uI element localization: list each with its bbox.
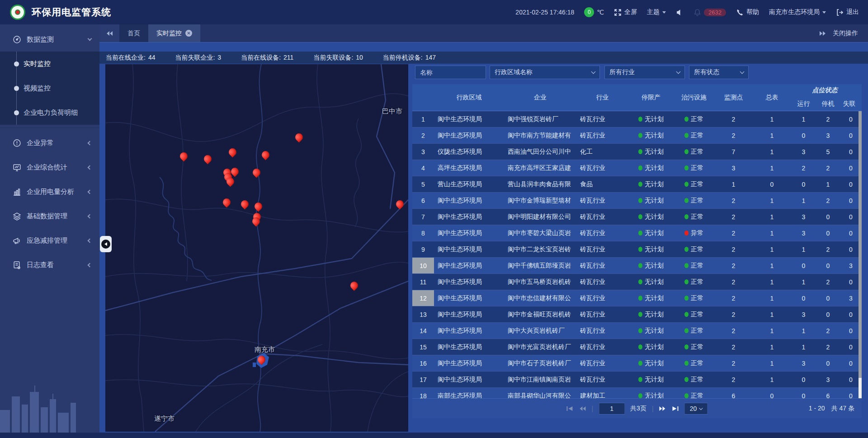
first-page-button[interactable]	[566, 406, 573, 411]
sidebar-item-emergency-reduction[interactable]: 应急减排管理	[0, 228, 99, 253]
table-row[interactable]: 17 阆中生态环境局 阆中市江南镇阆南页岩 砖瓦行业 无计划 正常 2 1 0 …	[412, 372, 862, 388]
sidebar-item-realtime-monitoring[interactable]: 实时监控	[0, 52, 99, 76]
status-dot-icon	[638, 182, 642, 187]
tab-close-icon[interactable]: ✕	[185, 30, 192, 37]
sidebar-item-power-load-detail[interactable]: 企业电力负荷明细	[0, 100, 99, 125]
status-dot-icon	[638, 361, 642, 366]
double-chevron-right-icon[interactable]	[819, 31, 826, 36]
last-page-button[interactable]	[672, 406, 679, 411]
table-row[interactable]: 18 南部生态环境局 南部县砌华山河有限公 建材加工 无计划 正常 6 0 0 …	[412, 388, 862, 398]
tabs-scroll-left-button[interactable]	[99, 24, 119, 42]
tree-node-icon	[14, 61, 19, 66]
col-industry: 行业	[576, 84, 628, 111]
map-pin-icon[interactable]	[178, 151, 189, 161]
map-pin-icon[interactable]	[221, 197, 232, 207]
table-row[interactable]: 11 阆中生态环境局 阆中市五马桥页岩机砖 砖瓦行业 无计划 正常 2 1 1 …	[412, 274, 862, 290]
page-number-input[interactable]: 1	[599, 403, 625, 414]
table-row[interactable]: 16 阆中生态环境局 阆中市石子页岩机砖厂 砖瓦行业 无计划 正常 2 1 3 …	[412, 355, 862, 372]
cell-facility-status: 正常	[674, 176, 714, 192]
industry-filter-select[interactable]: 所有行业	[604, 66, 685, 79]
page-size-select[interactable]: 20	[684, 403, 708, 414]
tab-home[interactable]: 首页	[119, 24, 148, 42]
map-pin-icon[interactable]	[394, 198, 405, 209]
status-dot-icon	[684, 214, 689, 219]
scrollbar-thumb[interactable]	[859, 111, 862, 378]
tab-realtime-monitoring[interactable]: 实时监控 ✕	[148, 24, 200, 42]
sidebar-item-video-monitoring[interactable]: 视频监控	[0, 76, 99, 100]
table-scrollbar[interactable]	[859, 111, 862, 398]
table-row[interactable]: 3 仪陇生态环境局 西南油气田分公司川中 化工 无计划 正常 7 1 3 5 0	[412, 144, 862, 160]
sidebar-item-enterprise-statistics[interactable]: 企业综合统计	[0, 155, 99, 179]
map-pin-icon[interactable]	[251, 167, 262, 178]
cell-region: 阆中生态环境局	[434, 127, 504, 143]
record-total-label: 共 47 条	[831, 405, 854, 413]
help-button[interactable]: 帮助	[736, 8, 759, 16]
table-row[interactable]: 4 高坪生态环境局 南充市高坪区王家店建 砖瓦行业 无计划 正常 3 1 2 2…	[412, 160, 862, 176]
map-pin-icon[interactable]	[349, 280, 359, 291]
logout-button[interactable]: 退出	[836, 8, 859, 16]
cell-industry: 砖瓦行业	[576, 290, 628, 306]
map-pin-icon[interactable]	[239, 198, 250, 209]
table-row[interactable]: 14 阆中生态环境局 阆中大兴页岩机砖厂 砖瓦行业 无计划 正常 2 1 1 2…	[412, 323, 862, 339]
cell-region: 阆中生态环境局	[434, 241, 504, 257]
table-row[interactable]: 8 阆中生态环境局 阆中市枣碧大梁山页岩 砖瓦行业 无计划 异常 2 1 3 0…	[412, 225, 862, 241]
table-row[interactable]: 5 营山生态环境局 营山县润丰肉食品有限 食品 无计划 正常 1 0 0 1 0	[412, 176, 862, 193]
next-page-button[interactable]	[659, 406, 666, 411]
table-row[interactable]: 13 阆中生态环境局 阆中市金福旺页岩机砖 砖瓦行业 无计划 正常 2 1 3 …	[412, 306, 862, 323]
sidebar-item-data-monitoring[interactable]: 数据监测	[0, 27, 99, 52]
sidebar-submenu: 实时监控 视频监控 企业电力负荷明细	[0, 52, 99, 125]
map-pin-icon[interactable]	[253, 201, 264, 212]
table-row[interactable]: 15 阆中生态环境局 阆中市光富页岩机砖厂 砖瓦行业 无计划 正常 2 1 1 …	[412, 339, 862, 355]
sidebar-item-label: 企业用电量分析	[27, 188, 86, 196]
table-row[interactable]: 9 阆中生态环境局 阆中市二龙长宝页岩砖 砖瓦行业 无计划 正常 2 1 1 2…	[412, 241, 862, 258]
cell-company: 阆中市南方节能建材有	[504, 127, 576, 143]
map-collapse-toggle[interactable]	[100, 236, 112, 252]
sidebar-item-enterprise-abnormal[interactable]: 企业异常	[0, 131, 99, 155]
theme-menu[interactable]: 主题	[647, 8, 666, 16]
table-row[interactable]: 10 阆中生态环境局 阆中千佛镇五郎垭页岩 砖瓦行业 无计划 正常 2 1 0 …	[412, 258, 862, 274]
cell-running: 0	[791, 258, 816, 273]
sidebar-item-log-view[interactable]: 日志查看	[0, 253, 99, 277]
bell-icon	[693, 9, 701, 16]
cell-monitor-points: 2	[714, 258, 753, 273]
sidebar-item-power-usage-analysis[interactable]: 企业用电量分析	[0, 179, 99, 204]
stat-value: 10	[356, 54, 363, 62]
fullscreen-button[interactable]: 全屏	[614, 8, 637, 16]
map-pin-icon[interactable]	[293, 132, 304, 142]
cell-company: 阆中市石子页岩机砖厂	[504, 355, 576, 371]
right-panel: 行政区域名称 所有行业 所有状态 行政区域 企业 行业	[412, 64, 862, 418]
cell-running: 3	[791, 144, 816, 160]
cell-running: 1	[791, 241, 816, 257]
region-filter-select[interactable]: 行政区域名称	[490, 66, 600, 79]
col-monitor-points: 监测点	[714, 84, 753, 111]
sidebar-item-label: 视频监控	[24, 84, 51, 93]
name-filter-input[interactable]	[420, 69, 481, 76]
status-filter-select[interactable]: 所有状态	[689, 66, 749, 79]
name-filter-field[interactable]	[415, 66, 486, 79]
table-row[interactable]: 6 阆中生态环境局 阆中市金博瑞新型墙材 砖瓦行业 无计划 正常 2 1 1 2…	[412, 193, 862, 209]
table-row[interactable]: 12 阆中生态环境局 阆中市忠信建材有限公 砖瓦行业 无计划 正常 2 1 0 …	[412, 290, 862, 306]
table-row[interactable]: 2 阆中生态环境局 阆中市南方节能建材有 砖瓦行业 无计划 正常 2 1 0 3…	[412, 127, 862, 144]
previous-page-button[interactable]	[579, 406, 586, 411]
map-panel[interactable]: 巴中市南充市遂宁市	[105, 64, 408, 432]
cell-industry: 建材加工	[576, 388, 628, 398]
map-pin-icon[interactable]	[260, 149, 271, 160]
map-pin-icon[interactable]	[227, 146, 238, 157]
status-dot-icon	[638, 198, 642, 203]
status-dot-icon	[684, 361, 689, 366]
map-pin-icon[interactable]	[256, 354, 267, 365]
chevron-down-icon	[591, 70, 596, 74]
table-row[interactable]: 7 阆中生态环境局 阆中明阳建材有限公司 砖瓦行业 无计划 正常 2 1 3 0…	[412, 209, 862, 225]
sidebar-item-basic-data-management[interactable]: 基础数据管理	[0, 204, 99, 228]
mute-button[interactable]	[676, 9, 684, 16]
cell-total-meters: 1	[753, 372, 791, 387]
status-dot-icon	[684, 247, 689, 252]
table-row[interactable]: 1 阆中生态环境局 阆中强锐页岩砖厂 砖瓦行业 无计划 正常 2 1 1 2 0	[412, 111, 862, 127]
user-menu[interactable]: 南充市生态环境局	[769, 8, 826, 16]
cell-total-meters: 1	[753, 323, 791, 339]
close-operations-button[interactable]: 关闭操作	[833, 29, 858, 38]
notifications[interactable]: 2632	[693, 9, 726, 16]
enterprise-table: 行政区域 企业 行业 停限产 治污设施 监测点 总表 点位状态 运行 停机 失联	[412, 84, 862, 398]
cell-stop-status: 无计划	[628, 225, 674, 241]
map-pin-icon[interactable]	[202, 153, 213, 164]
